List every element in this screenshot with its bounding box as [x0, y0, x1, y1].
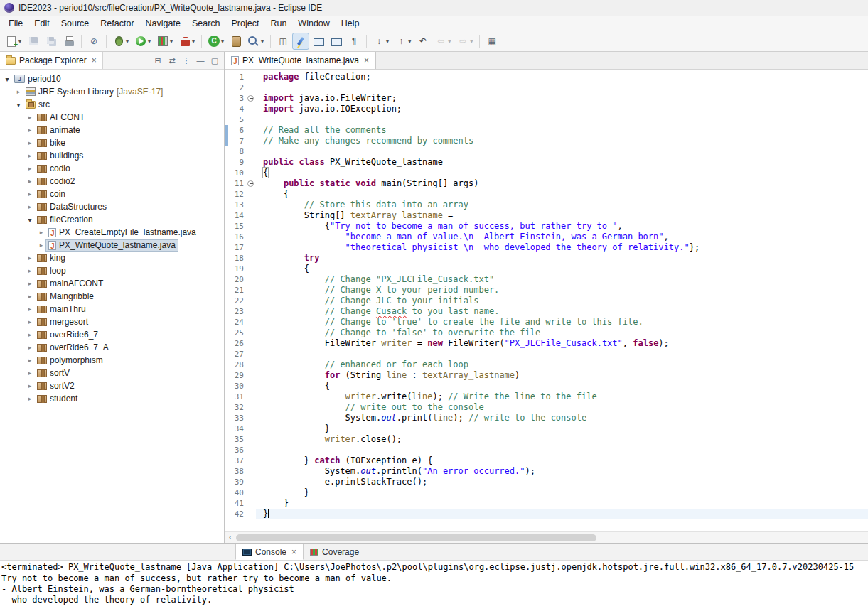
expand-arrow-icon[interactable]: ▸ [26, 280, 34, 287]
tree-item-period10[interactable]: ▾period10 [0, 72, 224, 85]
tree-item-px-createemptyfile-lastname-java[interactable]: ▸PX_CreateEmptyFile_lastname.java [0, 226, 224, 239]
expand-arrow-icon[interactable]: ▸ [26, 254, 34, 261]
expand-arrow-icon[interactable]: ▸ [26, 165, 34, 172]
expand-arrow-icon[interactable]: ▸ [26, 267, 34, 274]
dropdown-arrow-icon[interactable]: ▾ [148, 38, 151, 45]
code-line-11[interactable]: 11 public static void main(String[] args… [225, 178, 868, 189]
code-line-40[interactable]: 40 } [225, 487, 868, 498]
expand-arrow-icon[interactable]: ▸ [37, 242, 45, 249]
expand-arrow-icon[interactable]: ▸ [26, 395, 34, 402]
tree-item-mergesort[interactable]: ▸mergesort [0, 315, 224, 328]
code-line-28[interactable]: 28 // enhanced or for each loop [225, 360, 868, 370]
dropdown-arrow-icon[interactable]: ▾ [221, 38, 224, 45]
package-explorer-tab[interactable]: Package Explorer × [0, 52, 103, 69]
code-line-24[interactable]: 24 // Change to 'true' to create the fil… [225, 317, 868, 328]
code-line-6[interactable]: 6// Read all the comments [225, 125, 868, 136]
editor-tab[interactable]: PX_WriteQuote_lastname.java × [225, 52, 376, 69]
menu-file[interactable]: File [3, 17, 28, 30]
show-console-button[interactable] [328, 33, 345, 50]
tree-item-student[interactable]: ▸student [0, 392, 224, 405]
expand-arrow-icon[interactable]: ▸ [37, 229, 45, 236]
search-button[interactable]: ▾ [245, 33, 267, 50]
menu-project[interactable]: Project [226, 17, 265, 30]
dropdown-arrow-icon[interactable]: ▾ [18, 38, 21, 45]
new-java-class-button[interactable]: C▾ [205, 33, 227, 50]
previous-annotation-button[interactable]: ↑▾ [392, 33, 414, 50]
code-line-39[interactable]: 39 e.printStackTrace(); [225, 477, 868, 487]
run-button[interactable]: ▾ [132, 33, 154, 50]
tree-item-codio2[interactable]: ▸codio2 [0, 175, 224, 188]
expand-arrow-icon[interactable]: ▸ [26, 306, 34, 313]
collapse-arrow-icon[interactable]: ▾ [26, 216, 34, 224]
tree-item-override6-7-a[interactable]: ▸overRide6_7_A [0, 341, 224, 354]
tree-item-maingribble[interactable]: ▸Maingribble [0, 290, 224, 303]
forward-button[interactable]: ⇨▾ [454, 33, 476, 50]
code-line-14[interactable]: 14 String[] textArray_lastname = [225, 210, 868, 221]
code-line-1[interactable]: 1package fileCreation; [225, 72, 868, 82]
code-line-26[interactable]: 26 FileWriter writer = new FileWriter("P… [225, 338, 868, 349]
menu-navigate[interactable]: Navigate [140, 17, 186, 30]
collapse-arrow-icon[interactable]: ▾ [14, 101, 23, 109]
expand-arrow-icon[interactable]: ▸ [26, 178, 34, 185]
close-view-icon[interactable]: × [92, 55, 97, 65]
editor-horizontal-scrollbar[interactable]: ‹ [225, 531, 868, 543]
coverage-button[interactable]: ▾ [154, 33, 176, 50]
tree-item-animate[interactable]: ▸animate [0, 124, 224, 136]
tree-item-jre-system-library[interactable]: ▸JRE System Library[JavaSE-17] [0, 85, 224, 98]
expand-arrow-icon[interactable]: ▸ [26, 126, 34, 134]
dropdown-arrow-icon[interactable]: ▾ [192, 38, 195, 45]
fold-collapse-icon[interactable] [247, 93, 256, 104]
expand-arrow-icon[interactable]: ▸ [26, 331, 34, 338]
maximize-button[interactable]: ▢ [208, 54, 221, 67]
code-line-27[interactable]: 27 [225, 349, 868, 360]
tree-item-datastructures[interactable]: ▸DataStructures [0, 200, 224, 213]
code-line-10[interactable]: 10{ [225, 168, 868, 178]
tree-item-override6-7[interactable]: ▸overRide6_7 [0, 328, 224, 341]
expand-arrow-icon[interactable]: ▸ [26, 293, 34, 300]
tree-item-codio[interactable]: ▸codio [0, 162, 224, 175]
next-annotation-button[interactable]: ↓▾ [370, 33, 392, 50]
print-button[interactable] [60, 33, 77, 50]
jar-export-button[interactable] [227, 33, 245, 50]
debug-button[interactable]: ▾ [110, 33, 132, 50]
minimize-button[interactable]: — [194, 54, 207, 67]
menu-run[interactable]: Run [264, 17, 292, 30]
code-line-38[interactable]: 38 System.out.println("An error occurred… [225, 466, 868, 477]
code-line-17[interactable]: 17 "theoretical physicist \n who develop… [225, 242, 868, 253]
open-type-button[interactable]: ◫ [274, 33, 291, 50]
tree-item-filecreation[interactable]: ▾fileCreation [0, 213, 224, 226]
menu-source[interactable]: Source [55, 17, 95, 30]
tree-item-polymorphism[interactable]: ▸polymorphism [0, 354, 224, 367]
code-line-30[interactable]: 30 { [225, 381, 868, 391]
new-button[interactable]: ▾ [3, 33, 24, 50]
code-line-22[interactable]: 22 // Change JLC to your initials [225, 296, 868, 306]
tree-item-afcont[interactable]: ▸AFCONT [0, 111, 224, 124]
code-line-2[interactable]: 2 [225, 82, 868, 93]
expand-arrow-icon[interactable]: ▸ [26, 114, 34, 121]
console-tab-console[interactable]: Console× [235, 544, 304, 560]
save-all-button[interactable] [43, 33, 60, 50]
skip-all-breakpoints-button[interactable]: ⊘ [85, 33, 102, 50]
expand-arrow-icon[interactable]: ▸ [14, 88, 23, 95]
dropdown-arrow-icon[interactable]: ▾ [261, 38, 264, 45]
code-line-12[interactable]: 12 { [225, 189, 868, 200]
menu-refactor[interactable]: Refactor [95, 17, 139, 30]
close-tab-icon[interactable]: × [364, 55, 369, 65]
menu-help[interactable]: Help [336, 17, 365, 30]
tree-item-king[interactable]: ▸king [0, 252, 224, 264]
tree-item-px-writequote-lastname-java[interactable]: ▸PX_WriteQuote_lastname.java [0, 239, 224, 252]
code-line-23[interactable]: 23 // Change Cusack to you last name. [225, 306, 868, 317]
expand-arrow-icon[interactable]: ▸ [26, 203, 34, 210]
code-line-18[interactable]: 18 try [225, 253, 868, 264]
back-button[interactable]: ⇦▾ [432, 33, 454, 50]
menu-search[interactable]: Search [186, 17, 226, 30]
menu-edit[interactable]: Edit [28, 17, 55, 30]
fold-collapse-icon[interactable] [247, 178, 256, 189]
tree-item-src[interactable]: ▾src [0, 98, 224, 111]
show-source-button[interactable] [310, 33, 327, 50]
collapse-all-button[interactable]: ⊟ [151, 54, 164, 67]
show-whitespace-button[interactable]: ¶ [345, 33, 363, 50]
code-line-5[interactable]: 5 [225, 114, 868, 125]
dropdown-arrow-icon[interactable]: ▾ [386, 38, 389, 45]
tree-item-sortv2[interactable]: ▸sortV2 [0, 379, 224, 392]
